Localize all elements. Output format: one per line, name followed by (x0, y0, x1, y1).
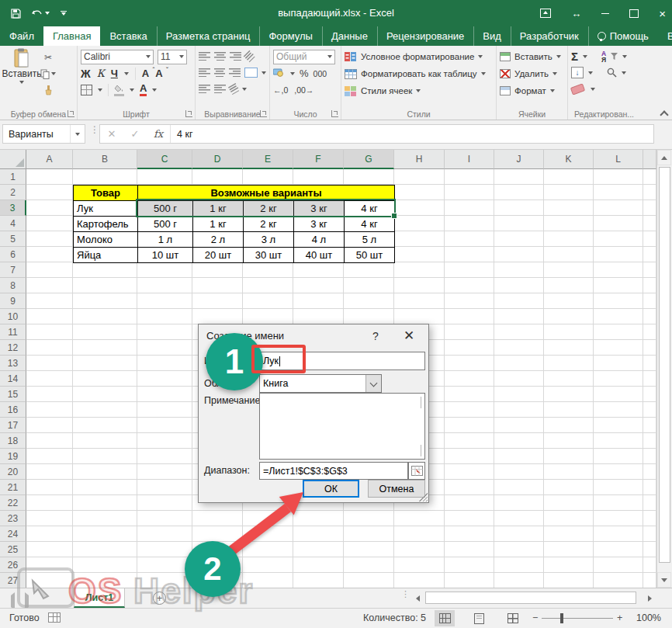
cell[interactable] (137, 480, 192, 495)
row-header-26[interactable]: 26 (0, 557, 26, 573)
cell[interactable] (26, 495, 73, 511)
save-icon[interactable] (11, 9, 21, 19)
cell[interactable] (73, 371, 137, 387)
cell[interactable] (544, 185, 594, 200)
column-header-C[interactable]: C (137, 150, 192, 169)
cell[interactable] (137, 402, 192, 418)
option-cell[interactable]: 2 л (193, 232, 244, 248)
option-cell[interactable]: 1 кг (193, 217, 244, 232)
hscroll-left-icon[interactable] (410, 591, 424, 605)
align-center-icon[interactable] (214, 68, 226, 77)
row-header-25[interactable]: 25 (0, 542, 26, 557)
option-cell[interactable]: 2 кг (244, 217, 294, 232)
cell[interactable] (26, 169, 73, 185)
product-cell[interactable]: Яйца (74, 248, 138, 263)
tab-formulas[interactable]: Формулы (259, 26, 322, 46)
cell[interactable] (243, 262, 293, 278)
cell[interactable] (544, 340, 594, 356)
cell[interactable] (594, 185, 643, 200)
format-as-table-button[interactable]: Форматировать как таблицу (345, 65, 493, 82)
column-header-F[interactable]: F (293, 150, 344, 169)
option-cell[interactable]: 30 шт (244, 248, 294, 263)
cell[interactable] (494, 262, 544, 278)
option-cell[interactable]: 4 кг (345, 201, 395, 217)
scope-dropdown-icon[interactable] (365, 375, 381, 392)
column-header-I[interactable]: I (445, 150, 494, 169)
cell[interactable] (494, 449, 544, 464)
cell[interactable] (26, 185, 73, 200)
find-select-icon[interactable] (607, 68, 617, 78)
cell[interactable] (445, 293, 494, 309)
cell[interactable] (594, 278, 643, 293)
cell[interactable] (26, 247, 73, 262)
comma-style-button[interactable]: 000 (313, 69, 327, 78)
formula-input[interactable]: 4 кг (171, 129, 192, 140)
cell[interactable] (445, 511, 494, 526)
font-size-combobox[interactable]: 11 (158, 50, 187, 64)
tab-developer[interactable]: Разработчик (511, 26, 588, 46)
insert-cells-button[interactable]: Вставить (500, 48, 564, 65)
cell[interactable] (73, 340, 137, 356)
range-selector-button[interactable] (408, 462, 425, 480)
cell[interactable] (494, 169, 544, 185)
cell[interactable] (137, 293, 192, 309)
cell[interactable] (137, 262, 192, 278)
cell[interactable] (445, 449, 494, 464)
cell[interactable] (394, 185, 445, 200)
cell[interactable] (445, 309, 494, 324)
font-dialog-launcher-icon[interactable] (185, 110, 192, 117)
cell[interactable] (494, 433, 544, 449)
cell[interactable] (394, 511, 445, 526)
cell[interactable] (26, 464, 73, 480)
cell[interactable] (643, 293, 656, 309)
cell[interactable] (643, 169, 656, 185)
tab-home[interactable]: Главная (43, 26, 100, 46)
bold-button[interactable]: Ж (81, 68, 91, 80)
tab-insert[interactable]: Вставка (100, 26, 156, 46)
row-header-1[interactable]: 1 (0, 169, 26, 185)
cut-button[interactable]: ✂ (40, 50, 56, 64)
cell[interactable] (137, 495, 192, 511)
cell[interactable] (643, 340, 656, 356)
cell[interactable] (544, 449, 594, 464)
font-family-combobox[interactable]: Calibri (81, 50, 154, 64)
tab-page-layout[interactable]: Разметка страниц (157, 26, 260, 46)
option-cell[interactable]: 50 шт (345, 248, 395, 263)
cell[interactable] (494, 216, 544, 231)
cell[interactable] (544, 200, 594, 216)
cell[interactable] (445, 573, 494, 588)
cell[interactable] (643, 387, 656, 402)
format-cells-button[interactable]: Формат (500, 82, 564, 99)
cell[interactable] (643, 511, 656, 526)
cell[interactable] (594, 371, 643, 387)
cell[interactable] (394, 309, 445, 324)
cell[interactable] (445, 526, 494, 542)
cell[interactable] (26, 542, 73, 557)
cell[interactable] (394, 557, 445, 573)
cell[interactable] (137, 526, 192, 542)
product-cell[interactable]: Молоко (74, 232, 138, 248)
cell[interactable] (643, 402, 656, 418)
cell[interactable] (594, 231, 643, 247)
cell[interactable] (594, 542, 643, 557)
fill-color-caret[interactable] (130, 88, 134, 92)
row-header-3[interactable]: 3 (0, 200, 26, 216)
scroll-up-icon[interactable] (657, 150, 671, 165)
cell[interactable] (394, 278, 445, 293)
align-middle-icon[interactable] (214, 52, 226, 61)
dialog-help-icon[interactable]: ? (372, 330, 379, 342)
cell[interactable] (344, 293, 394, 309)
cell[interactable] (643, 557, 656, 573)
cell[interactable] (26, 433, 73, 449)
cell[interactable] (73, 169, 137, 185)
option-cell[interactable]: 5 л (345, 232, 395, 248)
cell[interactable] (494, 542, 544, 557)
cell[interactable] (445, 542, 494, 557)
autosum-button[interactable]: Σ (571, 50, 578, 63)
option-cell[interactable]: 20 шт (193, 248, 244, 263)
zoom-slider[interactable] (542, 618, 613, 619)
vertical-scrollbar[interactable] (656, 150, 672, 588)
sign-in-button[interactable]: Вход (658, 26, 672, 46)
cell[interactable] (73, 464, 137, 480)
cell[interactable] (643, 449, 656, 464)
